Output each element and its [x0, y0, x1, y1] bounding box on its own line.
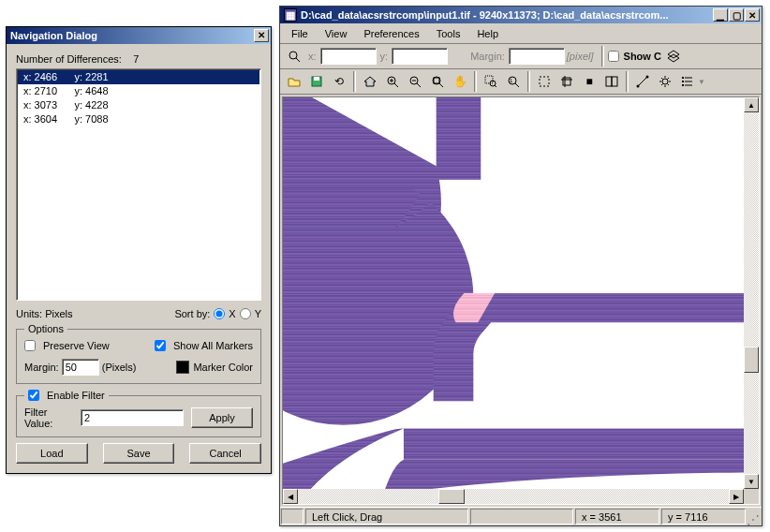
- sort-y-radio[interactable]: Y: [240, 308, 261, 319]
- layers-icon[interactable]: [663, 46, 684, 66]
- status-y: y = 7116: [661, 509, 746, 525]
- show-checkbox[interactable]: Show C: [608, 51, 661, 62]
- app-title-text: D:\cad_data\acsrstrcomp\input1.tif - 924…: [301, 9, 713, 21]
- list-item[interactable]: x: 3604 y: 7088: [18, 112, 259, 126]
- list-item[interactable]: x: 2710 y: 4648: [18, 84, 259, 98]
- svg-rect-44: [437, 97, 481, 180]
- pan-icon[interactable]: ✋: [450, 71, 470, 92]
- show-markers-checkbox[interactable]: Show All Markers: [155, 340, 253, 351]
- svg-rect-15: [434, 78, 439, 83]
- open-icon[interactable]: [284, 71, 304, 92]
- sort-x-radio[interactable]: X: [214, 308, 235, 319]
- svg-point-10: [410, 77, 418, 84]
- svg-text:1: 1: [510, 78, 513, 83]
- compare-icon[interactable]: [601, 71, 622, 92]
- resize-grip-icon[interactable]: [747, 508, 762, 525]
- fill-icon[interactable]: ■: [579, 71, 600, 92]
- svg-rect-26: [606, 77, 612, 86]
- cancel-button[interactable]: Cancel: [189, 443, 261, 464]
- list-item[interactable]: x: 3073 y: 4228: [18, 98, 259, 112]
- dialog-titlebar[interactable]: Navigation Dialog ✕: [7, 27, 271, 44]
- select-icon[interactable]: [534, 71, 555, 92]
- save-icon[interactable]: [306, 71, 327, 92]
- list-item[interactable]: x: 2466 y: 2281: [18, 70, 259, 84]
- filter-value-input[interactable]: [81, 409, 184, 426]
- scroll-left-icon[interactable]: ◀: [283, 489, 298, 504]
- zoom-fit-icon[interactable]: [427, 71, 448, 92]
- home-icon[interactable]: [360, 71, 380, 92]
- magnifier-icon[interactable]: [284, 46, 304, 66]
- minimize-icon[interactable]: ▁: [713, 8, 728, 22]
- main-window: ▦ D:\cad_data\acsrstrcomp\input1.tif - 9…: [279, 6, 763, 526]
- margin-input[interactable]: [62, 359, 99, 376]
- svg-marker-2: [668, 51, 679, 58]
- svg-line-1: [296, 58, 300, 62]
- status-indicator: [281, 509, 304, 525]
- svg-line-28: [638, 77, 647, 86]
- x-input[interactable]: [320, 48, 377, 65]
- scroll-up-icon[interactable]: ▲: [744, 97, 759, 112]
- marker-color-swatch[interactable]: [176, 361, 189, 374]
- y-input[interactable]: [392, 48, 448, 65]
- settings-icon[interactable]: [655, 71, 675, 92]
- scrollbar-horizontal[interactable]: ◀ ▶: [283, 489, 744, 504]
- scroll-thumb-v[interactable]: [744, 347, 759, 373]
- svg-point-29: [637, 85, 640, 88]
- canvas[interactable]: [283, 97, 744, 489]
- svg-point-19: [509, 77, 516, 84]
- margin-input[interactable]: [509, 48, 565, 65]
- scroll-right-icon[interactable]: ▶: [729, 489, 744, 504]
- menu-view[interactable]: View: [318, 26, 355, 41]
- menu-file[interactable]: File: [284, 26, 316, 41]
- list-icon[interactable]: [677, 71, 698, 92]
- unit-label: [pixel]: [567, 51, 594, 62]
- history-icon[interactable]: ⟲: [329, 71, 349, 92]
- toolbar-coords: x: y: Margin: [pixel] Show C: [280, 44, 762, 69]
- maximize-icon[interactable]: ▢: [729, 8, 744, 22]
- svg-point-31: [662, 79, 668, 84]
- menu-tools[interactable]: Tools: [429, 26, 468, 41]
- differences-list[interactable]: x: 2466 y: 2281 x: 2710 y: 4648 x: 3073 …: [16, 68, 261, 301]
- scroll-thumb-h[interactable]: [438, 489, 465, 504]
- zoom-area-icon[interactable]: [481, 71, 501, 92]
- svg-point-17: [490, 81, 496, 86]
- preserve-view-checkbox[interactable]: Preserve View: [24, 340, 155, 351]
- svg-point-6: [388, 77, 395, 84]
- svg-rect-4: [312, 77, 321, 86]
- apply-button[interactable]: Apply: [191, 407, 253, 428]
- margin-label: Margin:: [470, 51, 505, 62]
- app-titlebar[interactable]: ▦ D:\cad_data\acsrstrcomp\input1.tif - 9…: [280, 7, 762, 23]
- filter-group: Enable Filter Filter Value: Apply: [16, 390, 261, 437]
- svg-line-14: [439, 83, 443, 87]
- svg-rect-35: [682, 77, 684, 79]
- x-label: x:: [308, 51, 317, 62]
- enable-filter-checkbox[interactable]: Enable Filter: [28, 390, 105, 401]
- svg-rect-27: [612, 77, 617, 86]
- close-icon[interactable]: ✕: [254, 29, 269, 42]
- options-legend: Options: [24, 323, 67, 334]
- menu-preferences[interactable]: Preferences: [356, 26, 426, 41]
- dropdown-icon[interactable]: ▼: [698, 78, 705, 86]
- dialog-title: Navigation Dialog: [10, 30, 254, 41]
- crop-icon[interactable]: [556, 71, 577, 92]
- y-label: y:: [380, 51, 389, 62]
- sort-by-label: Sort by:: [174, 308, 210, 319]
- zoom-in-icon[interactable]: [382, 71, 403, 92]
- svg-line-9: [394, 83, 398, 87]
- svg-rect-22: [540, 77, 549, 86]
- scrollbar-vertical[interactable]: ▲ ▼: [744, 97, 759, 489]
- close-icon[interactable]: ✕: [745, 8, 760, 22]
- save-button[interactable]: Save: [103, 443, 175, 464]
- zoom-1to1-icon[interactable]: 1: [503, 71, 524, 92]
- menu-help[interactable]: Help: [469, 26, 506, 41]
- zoom-out-icon[interactable]: [405, 71, 425, 92]
- svg-rect-23: [563, 78, 570, 85]
- app-icon: ▦: [284, 8, 297, 22]
- load-button[interactable]: Load: [16, 443, 88, 464]
- navigation-dialog: Navigation Dialog ✕ Number of Difference…: [6, 26, 272, 474]
- marker-color-label: Marker Color: [193, 362, 253, 373]
- options-group: Options Preserve View Show All Markers M…: [16, 323, 261, 384]
- margin-unit: (Pixels): [102, 362, 137, 373]
- measure-icon[interactable]: [632, 71, 653, 92]
- scroll-down-icon[interactable]: ▼: [744, 474, 759, 489]
